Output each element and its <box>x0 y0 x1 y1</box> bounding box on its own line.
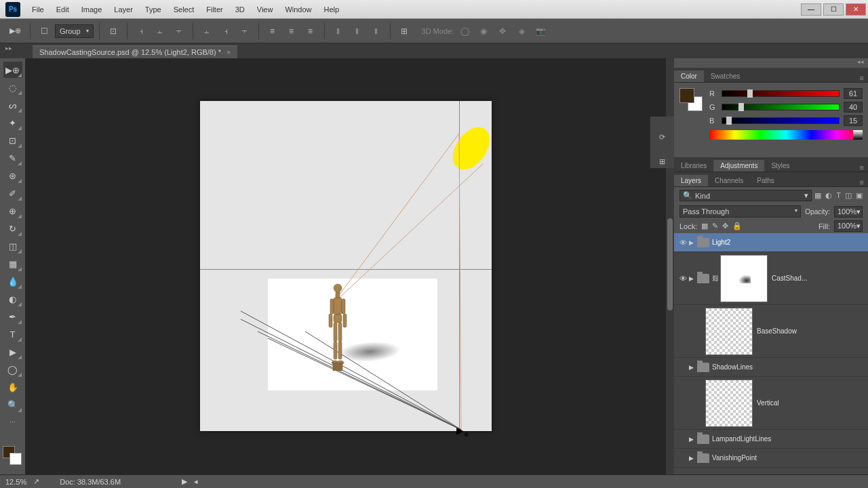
maximize-button[interactable]: ☐ <box>823 3 844 16</box>
3d-zoom-icon[interactable]: 📷 <box>532 24 549 38</box>
distribute-vcenter-icon[interactable]: ≡ <box>283 24 300 38</box>
crop-tool-icon[interactable]: ⊡ <box>3 132 22 148</box>
disclosure-icon[interactable]: ▶ <box>689 436 697 443</box>
move-tool-icon[interactable]: ▶⊕ <box>3 62 22 78</box>
disclosure-icon[interactable]: ▶ <box>689 239 697 246</box>
filter-pixel-icon[interactable]: ▦ <box>814 191 821 200</box>
menu-type[interactable]: Type <box>139 5 167 14</box>
auto-align-icon[interactable]: ⊞ <box>396 24 412 38</box>
layer-name-label[interactable]: Light2 <box>712 239 865 246</box>
history-panel-icon[interactable]: ⟳ <box>656 130 669 144</box>
lock-position-icon[interactable]: ✥ <box>722 222 728 230</box>
blend-mode-dropdown[interactable]: Pass Through <box>679 205 801 218</box>
layer-visibility-icon[interactable]: 👁 <box>677 239 689 247</box>
fill-input[interactable]: 100%▾ <box>834 220 863 232</box>
auto-select-icon[interactable]: ☐ <box>36 24 52 38</box>
status-play-icon[interactable]: ▶ <box>182 477 187 486</box>
paths-tab[interactable]: Paths <box>750 175 781 186</box>
menu-3d[interactable]: 3D <box>229 5 251 14</box>
b-slider[interactable] <box>722 117 840 124</box>
close-button[interactable]: ✕ <box>846 3 866 16</box>
filter-smart-icon[interactable]: ▣ <box>856 191 863 200</box>
disclosure-icon[interactable]: ▶ <box>689 275 697 282</box>
menu-help[interactable]: Help <box>318 5 346 14</box>
align-right-icon[interactable]: ⫟ <box>171 24 187 38</box>
type-tool-icon[interactable]: T <box>3 326 22 342</box>
layer-mask-thumb[interactable] <box>720 255 768 302</box>
clone-stamp-tool-icon[interactable]: ⊕ <box>3 203 22 219</box>
menu-window[interactable]: Window <box>279 5 317 14</box>
layer-name-label[interactable]: VanishingPoint <box>712 454 865 462</box>
layer-row[interactable]: 👁▶Light2 <box>674 233 868 252</box>
libraries-tab[interactable]: Libraries <box>674 160 713 171</box>
3d-orbit-icon[interactable]: ◯ <box>456 24 473 38</box>
align-top-icon[interactable]: ⫠ <box>199 24 215 38</box>
color-tab[interactable]: Color <box>674 70 704 82</box>
gradient-tool-icon[interactable]: ▦ <box>3 256 22 272</box>
document-canvas[interactable]: ▶⊕ <box>200 101 492 431</box>
properties-panel-icon[interactable]: ⊞ <box>656 155 669 168</box>
adjustments-tab[interactable]: Adjustments <box>713 160 764 171</box>
adj-panel-menu-icon[interactable]: ≡ <box>856 163 868 171</box>
filter-adjust-icon[interactable]: ◐ <box>825 191 832 200</box>
eyedropper-tool-icon[interactable]: ✎ <box>3 150 22 166</box>
menu-file[interactable]: File <box>26 5 50 14</box>
lock-transparent-icon[interactable]: ▩ <box>701 222 708 230</box>
layers-list[interactable]: 👁▶Light2👁▶⛓CastShad...BaseShadow▶ShadowL… <box>674 233 868 488</box>
lasso-tool-icon[interactable]: ᔕ <box>3 97 22 113</box>
panel-collapse-icon[interactable]: ◂◂ <box>674 58 868 68</box>
menu-edit[interactable]: Edit <box>50 5 75 14</box>
menu-image[interactable]: Image <box>75 5 108 14</box>
swatches-tab[interactable]: Swatches <box>704 70 747 82</box>
path-select-tool-icon[interactable]: ▶ <box>3 344 22 360</box>
layer-thumb[interactable] <box>705 308 753 355</box>
document-tab[interactable]: ShadowCastingSource.psd @ 12.5% (Light2,… <box>33 45 237 58</box>
spectrum-ramp[interactable] <box>709 130 863 140</box>
background-color-swatch[interactable] <box>9 453 22 465</box>
transform-controls-icon[interactable]: ⊡ <box>105 24 121 38</box>
layer-row[interactable]: BaseShadow <box>674 305 868 358</box>
dodge-tool-icon[interactable]: ◐ <box>3 291 22 307</box>
minimize-button[interactable]: — <box>801 3 821 16</box>
g-slider[interactable] <box>722 104 840 110</box>
autoselect-dropdown[interactable]: Group <box>55 24 94 38</box>
layer-name-label[interactable]: Vertical <box>757 399 865 407</box>
lock-all-icon[interactable]: 🔒 <box>732 222 742 230</box>
layer-row[interactable]: ▶VanishingPoint <box>674 449 868 468</box>
layer-name-label[interactable]: BaseShadow <box>757 327 865 335</box>
layer-row[interactable]: Vertical <box>674 377 868 430</box>
color-panel-menu-icon[interactable]: ≡ <box>856 74 868 82</box>
pen-tool-icon[interactable]: ✒ <box>3 308 22 325</box>
distribute-top-icon[interactable]: ≡ <box>264 24 281 38</box>
status-prev-icon[interactable]: ◂ <box>194 477 198 486</box>
hand-tool-icon[interactable]: ✋ <box>3 379 22 395</box>
distribute-hcenter-icon[interactable]: ⦀ <box>349 24 366 38</box>
filter-type-icon[interactable]: T <box>836 191 841 200</box>
shape-tool-icon[interactable]: ◯ <box>3 361 22 378</box>
channels-tab[interactable]: Channels <box>708 175 750 186</box>
layer-name-label[interactable]: CastShad... <box>772 274 865 282</box>
move-tool-preset-icon[interactable]: ▶⊕ <box>5 23 24 39</box>
menu-filter[interactable]: Filter <box>200 5 229 14</box>
distribute-right-icon[interactable]: ⦀ <box>368 24 384 38</box>
3d-slide-icon[interactable]: ◈ <box>513 24 530 38</box>
zoom-level[interactable]: 12.5% <box>5 478 26 486</box>
align-center-h-icon[interactable]: ⫠ <box>152 24 168 38</box>
layers-panel-menu-icon[interactable]: ≡ <box>856 178 868 186</box>
layers-tab[interactable]: Layers <box>674 175 708 186</box>
layer-thumb[interactable] <box>705 380 753 427</box>
layer-name-label[interactable]: LampandLightLines <box>712 435 865 443</box>
eraser-tool-icon[interactable]: ◫ <box>3 238 22 254</box>
lock-pixels-icon[interactable]: ✎ <box>712 222 718 230</box>
canvas-area[interactable]: ▶⊕ <box>26 58 674 488</box>
opacity-input[interactable]: 100%▾ <box>834 206 863 218</box>
r-slider[interactable] <box>722 90 840 97</box>
distribute-bottom-icon[interactable]: ≡ <box>302 24 319 38</box>
history-brush-tool-icon[interactable]: ↻ <box>3 220 22 237</box>
styles-tab[interactable]: Styles <box>764 160 796 171</box>
marquee-tool-icon[interactable]: ◌ <box>3 79 22 96</box>
healing-brush-tool-icon[interactable]: ⊛ <box>3 167 22 184</box>
b-value-input[interactable]: 15 <box>844 115 863 126</box>
distribute-left-icon[interactable]: ⦀ <box>330 24 347 38</box>
align-bottom-icon[interactable]: ⫟ <box>237 24 253 38</box>
